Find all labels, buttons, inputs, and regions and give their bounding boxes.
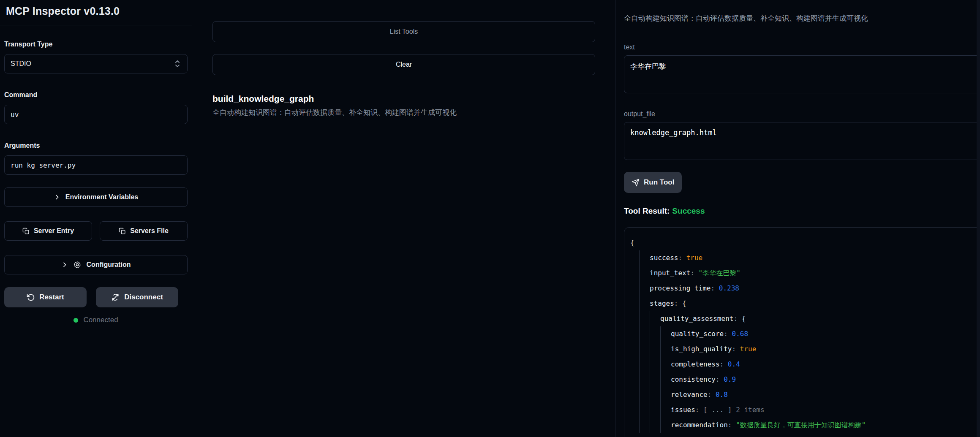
- json-value: "数据质量良好，可直接用于知识图谱构建": [736, 421, 866, 429]
- sidebar-body: Transport Type STDIO Command uv Argument…: [0, 41, 192, 324]
- disconnect-label: Disconnect: [124, 293, 163, 301]
- indent-guide: [639, 387, 650, 402]
- json-colon: :: [711, 284, 719, 292]
- indent-guide: [650, 372, 660, 387]
- connected-label: Connected: [83, 316, 118, 324]
- app-title: MCP Inspector v0.13.0: [6, 5, 185, 17]
- indent-guide: [660, 357, 671, 372]
- text-field-label: text: [624, 43, 980, 51]
- collapsed-array-toggle[interactable]: [ ... ]: [703, 406, 732, 414]
- json-value: 0.68: [732, 330, 749, 338]
- json-colon: :: [674, 299, 682, 307]
- json-line: success: true: [630, 250, 977, 266]
- json-line: processing_time: 0.238: [630, 281, 977, 296]
- json-colon: :: [708, 391, 716, 399]
- json-line: quality_score: 0.68: [630, 326, 977, 342]
- arguments-value: run kg_server.py: [11, 161, 76, 169]
- sidebar: MCP Inspector v0.13.0 Transport Type STD…: [0, 0, 192, 437]
- environment-variables-toggle[interactable]: Environment Variables: [4, 187, 188, 207]
- disconnect-button[interactable]: Disconnect: [96, 287, 178, 307]
- indent-guide: [639, 250, 650, 266]
- json-key: issues: [671, 406, 695, 414]
- server-entry-label: Server Entry: [34, 227, 74, 235]
- json-line: {: [630, 235, 977, 250]
- json-line: issues: [ ... ] 2 items: [630, 402, 977, 418]
- configuration-toggle[interactable]: Configuration: [4, 255, 188, 274]
- servers-file-button[interactable]: Servers File: [100, 221, 188, 241]
- send-icon: [632, 179, 640, 187]
- json-value: {: [682, 299, 686, 307]
- json-line: input_text: "李华在巴黎": [630, 266, 977, 281]
- run-tool-button[interactable]: Run Tool: [624, 172, 682, 193]
- indent-guide: [650, 387, 660, 402]
- app-window: MCP Inspector v0.13.0 Transport Type STD…: [0, 0, 980, 437]
- collapsed-item-count: 2 items: [732, 406, 765, 414]
- command-input[interactable]: uv: [4, 105, 188, 124]
- arguments-input[interactable]: run kg_server.py: [4, 155, 188, 175]
- json-colon: :: [732, 345, 740, 353]
- indent-guide: [639, 326, 650, 342]
- json-key: quality_assessment: [660, 315, 733, 323]
- text-field-input[interactable]: 李华在巴黎: [624, 55, 980, 93]
- indent-guide: [650, 326, 660, 342]
- indent-guide: [639, 266, 650, 281]
- json-colon: :: [720, 360, 728, 368]
- tool-description: 全自动构建知识图谱：自动评估数据质量、补全知识、构建图谱并生成可视化: [212, 108, 595, 117]
- tool-name: build_knowledge_graph: [212, 94, 595, 104]
- restart-button[interactable]: Restart: [4, 287, 87, 307]
- indent-guide: [639, 418, 650, 433]
- command-value: uv: [11, 111, 19, 119]
- json-value: true: [686, 254, 703, 262]
- json-key: processing_time: [650, 284, 711, 292]
- restart-icon: [27, 293, 35, 301]
- run-tool-label: Run Tool: [644, 178, 674, 187]
- vertical-scrollbar[interactable]: [977, 0, 980, 437]
- json-line: quality_assessment: {: [630, 311, 977, 326]
- json-value: 0.9: [724, 375, 736, 383]
- chevron-right-icon: [61, 261, 68, 268]
- gear-icon: [73, 261, 82, 269]
- json-value: 0.238: [719, 284, 739, 292]
- json-key: relevance: [671, 391, 708, 399]
- tool-result-heading: Tool Result:Success: [624, 206, 980, 216]
- json-colon: :: [728, 421, 736, 429]
- indent-guide: [650, 357, 660, 372]
- json-key: completeness: [671, 360, 720, 368]
- json-colon: :: [690, 269, 698, 277]
- json-key: quality_score: [671, 330, 724, 338]
- server-entry-button[interactable]: Server Entry: [4, 221, 92, 241]
- list-tools-button[interactable]: List Tools: [212, 21, 595, 42]
- connection-status: Connected: [4, 316, 188, 324]
- output-file-input[interactable]: knowledge_graph.html: [624, 122, 980, 160]
- json-line: is_high_quality: true: [630, 342, 977, 357]
- copy-icon: [22, 228, 30, 235]
- select-updown-icon: [174, 60, 180, 68]
- indent-guide: [639, 342, 650, 357]
- json-line: stages: {: [630, 296, 977, 311]
- indent-guide: [650, 418, 660, 433]
- indent-guide: [639, 402, 650, 418]
- clear-button[interactable]: Clear: [212, 54, 595, 75]
- arguments-label: Arguments: [4, 142, 188, 149]
- output-file-value: knowledge_graph.html: [630, 128, 717, 137]
- sync-off-icon: [111, 293, 120, 301]
- json-line: recommendation: "数据质量良好，可直接用于知识图谱构建": [630, 418, 977, 433]
- json-colon: :: [678, 254, 686, 262]
- output-file-label: output_file: [624, 110, 980, 118]
- tool-list-item[interactable]: build_knowledge_graph 全自动构建知识图谱：自动评估数据质量…: [212, 94, 595, 117]
- json-key: is_high_quality: [671, 345, 732, 353]
- transport-type-value: STDIO: [11, 60, 31, 68]
- tool-result-status: Success: [672, 206, 705, 215]
- servers-file-label: Servers File: [130, 227, 169, 235]
- json-value: {: [630, 239, 634, 247]
- json-value: "李华在巴黎": [699, 269, 740, 277]
- json-line: relevance: 0.8: [630, 387, 977, 402]
- indent-guide: [639, 372, 650, 387]
- command-label: Command: [4, 91, 188, 99]
- json-colon: :: [724, 330, 732, 338]
- json-key: consistency: [671, 375, 716, 383]
- transport-type-select[interactable]: STDIO: [4, 54, 188, 73]
- json-line: completeness: 0.4: [630, 357, 977, 372]
- json-key: recommendation: [671, 421, 728, 429]
- indent-guide: [660, 418, 671, 433]
